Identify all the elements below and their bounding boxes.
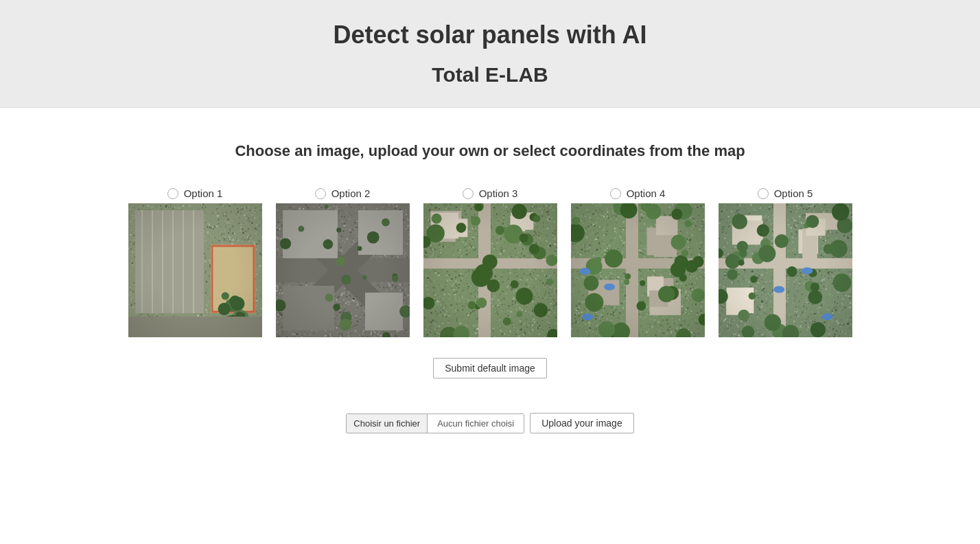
option-2-item: Option 2	[276, 188, 410, 337]
upload-section: Choisir un fichier Aucun fichier choisi …	[14, 413, 966, 433]
option-1-label-row: Option 1	[167, 188, 223, 199]
option-2-image	[276, 203, 410, 337]
option-2-label: Option 2	[331, 188, 371, 199]
option-4-image	[571, 203, 705, 337]
option-4-label-row: Option 4	[610, 188, 666, 199]
main-content: Choose an image, upload your own or sele…	[0, 108, 980, 461]
section-title: Choose an image, upload your own or sele…	[14, 142, 966, 160]
option-1-label: Option 1	[184, 188, 223, 199]
option-4-radio[interactable]	[610, 188, 621, 199]
option-2-radio[interactable]	[315, 188, 326, 199]
option-3-label-row: Option 3	[463, 188, 518, 199]
option-3-item: Option 3	[423, 188, 557, 337]
option-3-image	[423, 203, 557, 337]
option-1-image	[128, 203, 262, 337]
option-5-label: Option 5	[774, 188, 813, 199]
option-1-radio[interactable]	[167, 188, 178, 199]
page-header: Detect solar panels with AI Total E-LAB	[0, 0, 980, 108]
upload-button[interactable]: Upload your image	[530, 413, 634, 433]
option-5-label-row: Option 5	[758, 188, 813, 199]
option-4-label: Option 4	[627, 188, 666, 199]
option-1-item: Option 1	[128, 188, 262, 337]
submit-default-button[interactable]: Submit default image	[433, 358, 547, 378]
option-2-label-row: Option 2	[315, 188, 371, 199]
page-title: Detect solar panels with AI	[14, 21, 966, 49]
option-5-item: Option 5	[719, 188, 852, 337]
option-5-image	[719, 203, 852, 337]
options-container: Option 1 Option 2 Option 3 Option 4	[14, 188, 966, 337]
page-subtitle: Total E-LAB	[14, 63, 966, 87]
option-3-radio[interactable]	[463, 188, 474, 199]
file-input-wrapper: Choisir un fichier Aucun fichier choisi	[346, 413, 524, 433]
file-choose-label[interactable]: Choisir un fichier	[347, 414, 428, 433]
option-4-item: Option 4	[571, 188, 705, 337]
option-5-radio[interactable]	[758, 188, 769, 199]
option-3-label: Option 3	[479, 188, 518, 199]
file-name-display: Aucun fichier choisi	[428, 414, 524, 433]
submit-section: Submit default image	[14, 358, 966, 378]
